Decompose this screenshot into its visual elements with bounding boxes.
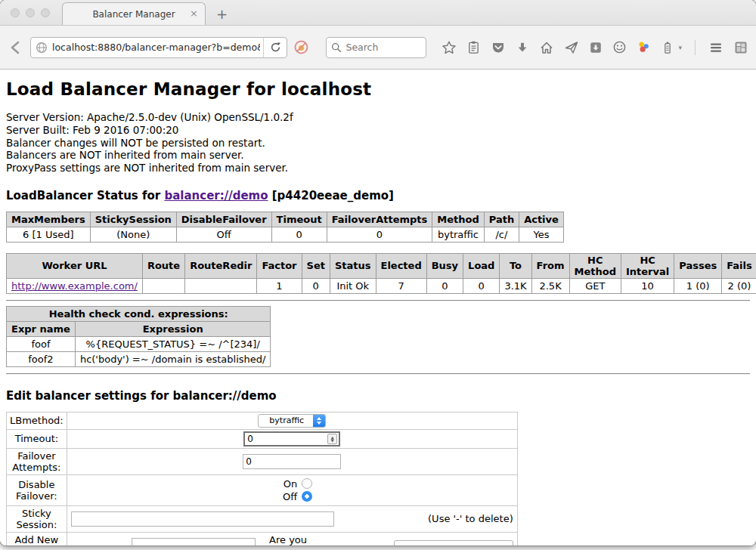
disable-failover-label: Disable Failover: xyxy=(7,474,67,505)
cell-worker-url: http://www.example.com/ xyxy=(7,278,143,293)
health-table-title: Health check cond. expressions: xyxy=(7,306,271,321)
page-content: Load Balancer Manager for localhost Serv… xyxy=(0,79,756,545)
header-cell: Method xyxy=(432,212,484,227)
disable-failover-off-radio[interactable] xyxy=(302,491,312,502)
tab-title: Balancer Manager xyxy=(92,9,175,20)
cell-routeredir xyxy=(185,278,257,293)
cell-hc-interval: 10 xyxy=(621,278,674,293)
cell-method: bytraffic xyxy=(432,227,484,242)
confirm-label: Are you sure? xyxy=(269,534,327,545)
table-row: foof2 hc('body') =~ /domain is establish… xyxy=(7,351,271,366)
balancer-demo-link[interactable]: balancer://demo xyxy=(164,189,268,202)
lbmethod-selected-value: bytraffic xyxy=(259,416,313,425)
back-icon[interactable] xyxy=(8,39,24,56)
header-cell: DisableFailover xyxy=(176,212,271,227)
cell-hc-method: GET xyxy=(569,278,621,293)
search-bar[interactable] xyxy=(326,37,426,58)
persist-note-line: Balancer changes will NOT be persisted o… xyxy=(6,137,750,150)
toolbar-separator xyxy=(695,40,696,55)
reload-icon[interactable] xyxy=(264,38,287,57)
url-text[interactable]: localhost:8880/balancer-manager?b=demo&n… xyxy=(52,42,260,53)
failover-attempts-input[interactable] xyxy=(243,454,341,469)
cell-maxmembers: 6 [1 Used] xyxy=(7,227,91,242)
header-cell: FailoverAttempts xyxy=(327,212,432,227)
globe-icon xyxy=(36,42,48,54)
inherit-note-line: Balancers are NOT inherited from main se… xyxy=(6,149,750,162)
timeout-label: Timeout: xyxy=(7,429,67,448)
header-cell: Timeout xyxy=(271,212,327,227)
sticky-session-input[interactable] xyxy=(71,511,334,527)
grid-addon-icon[interactable] xyxy=(733,40,748,55)
home-icon[interactable] xyxy=(539,40,554,55)
select-stepper-icon xyxy=(313,414,325,428)
section-divider xyxy=(6,300,750,301)
pocket-icon[interactable] xyxy=(491,40,506,55)
close-window-button[interactable] xyxy=(11,8,20,17)
url-bar[interactable]: localhost:8880/balancer-manager?b=demo&n… xyxy=(30,37,287,58)
cell-expression: hc('body') =~ /domain is established/ xyxy=(75,351,271,366)
form-row-disable-failover: Disable Failover: On Off xyxy=(7,474,518,505)
toolbar-buttons: ▾ xyxy=(442,40,748,55)
timeout-input[interactable] xyxy=(243,431,340,446)
cell-elected: 7 xyxy=(376,278,426,293)
section-divider xyxy=(6,373,750,375)
tab-close-icon[interactable]: × xyxy=(190,8,198,19)
header-cell: Factor xyxy=(257,253,302,278)
add-worker-input[interactable] xyxy=(132,538,256,545)
radio-on-label: On xyxy=(284,478,297,490)
feedback-smiley-icon[interactable] xyxy=(612,40,627,54)
minimize-window-button[interactable] xyxy=(26,8,35,17)
new-tab-button[interactable]: + xyxy=(216,6,228,22)
menu-icon[interactable] xyxy=(708,40,723,55)
header-cell: Active xyxy=(519,212,564,227)
download-icon[interactable] xyxy=(516,41,529,54)
cell-timeout: 0 xyxy=(271,227,327,242)
header-cell: MaxMembers xyxy=(7,212,91,227)
form-row-add-worker: Add New Worker: Are you sure? xyxy=(7,532,518,545)
header-cell: HC Method xyxy=(569,253,621,278)
block-icon[interactable] xyxy=(293,39,309,55)
table-header-row: MaxMembers StickySession DisableFailover… xyxy=(7,212,564,227)
search-input[interactable] xyxy=(345,42,421,53)
bookmark-star-icon[interactable] xyxy=(442,40,457,55)
header-cell: Expr name xyxy=(7,321,76,336)
battery-icon[interactable] xyxy=(661,41,674,54)
cell-disablefailover: Off xyxy=(176,227,271,242)
reading-list-icon[interactable] xyxy=(466,40,481,54)
zoom-window-button[interactable] xyxy=(41,8,50,17)
server-version-line: Server Version: Apache/2.5.0-dev (Unix) … xyxy=(6,111,750,124)
tab-bar: Balancer Manager × + xyxy=(0,0,756,25)
edit-settings-heading: Edit balancer settings for balancer://de… xyxy=(6,389,750,403)
table-title-row: Health check cond. expressions: xyxy=(7,306,271,321)
cell-set: 0 xyxy=(302,278,330,293)
overflow-chevron-icon[interactable]: ▾ xyxy=(678,44,682,51)
cell-expr-name: foof2 xyxy=(7,351,76,366)
cell-status: Init Ok xyxy=(330,278,376,293)
health-check-table: Health check cond. expressions: Expr nam… xyxy=(6,306,271,367)
server-built-line: Server Built: Feb 9 2016 07:00:20 xyxy=(6,124,750,137)
cell-route xyxy=(142,278,184,293)
header-cell: Passes xyxy=(674,253,722,278)
send-icon[interactable] xyxy=(564,40,579,55)
cell-failoverattempts: 0 xyxy=(327,227,432,242)
cell-from: 2.5K xyxy=(531,278,569,293)
add-worker-label: Add New Worker: xyxy=(7,532,67,545)
confirm-checkbox[interactable] xyxy=(394,540,513,545)
colored-dots-addon-icon[interactable] xyxy=(637,40,651,54)
worker-url-link[interactable]: http://www.example.com/ xyxy=(11,280,138,292)
cell-factor: 1 xyxy=(257,278,302,293)
page-title: Load Balancer Manager for localhost xyxy=(6,79,750,99)
lbmethod-select[interactable]: bytraffic xyxy=(258,414,326,428)
header-cell: Busy xyxy=(426,253,463,278)
radio-off-label: Off xyxy=(283,491,297,502)
number-stepper-icon[interactable]: ▲▼ xyxy=(327,434,337,444)
header-cell: Path xyxy=(484,212,519,227)
browser-window: Balancer Manager × + localhost:8880/bala… xyxy=(0,0,756,545)
tab-balancer-manager[interactable]: Balancer Manager × xyxy=(62,2,206,25)
disable-failover-on-radio[interactable] xyxy=(302,478,312,489)
header-cell: Status xyxy=(330,253,376,278)
search-icon xyxy=(331,42,342,53)
form-row-failover-attempts: Failover Attempts: xyxy=(7,448,518,474)
video-download-icon[interactable] xyxy=(589,41,603,54)
proxypass-note-line: ProxyPass settings are NOT inherited fro… xyxy=(6,162,750,175)
